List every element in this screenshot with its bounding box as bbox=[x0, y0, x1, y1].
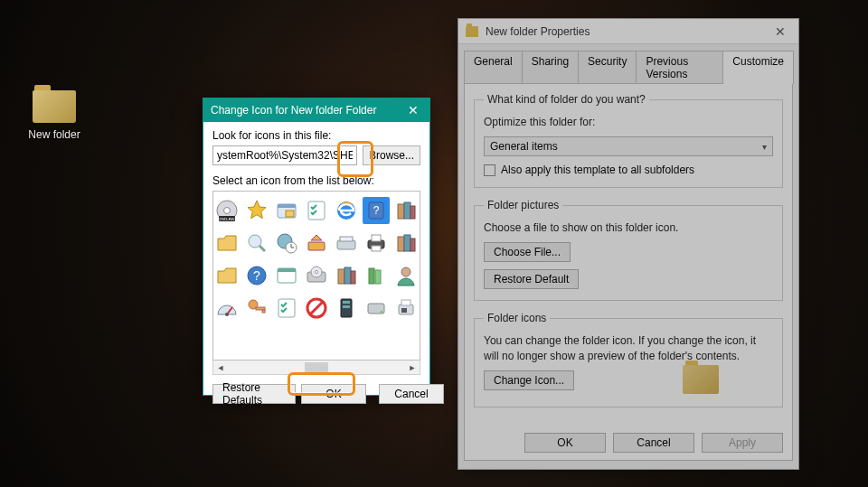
optimize-select-value: General items bbox=[490, 140, 558, 153]
svg-rect-36 bbox=[351, 271, 355, 284]
svg-rect-30 bbox=[278, 268, 296, 272]
close-icon[interactable]: ✕ bbox=[769, 24, 791, 39]
svg-point-33 bbox=[315, 270, 317, 273]
folder-icon[interactable] bbox=[213, 229, 241, 257]
restore-defaults-button[interactable]: Restore Defaults bbox=[212, 384, 296, 404]
svg-rect-34 bbox=[338, 269, 344, 284]
svg-point-1 bbox=[224, 208, 231, 214]
eject-drive-icon[interactable] bbox=[303, 229, 330, 257]
group-folder-icons: Folder icons You can change the folder i… bbox=[474, 312, 783, 407]
help-round-icon[interactable]: ? bbox=[243, 262, 270, 289]
desktop-folder[interactable]: New folder bbox=[18, 90, 90, 141]
folder-icon bbox=[33, 90, 76, 123]
svg-rect-6 bbox=[286, 211, 294, 217]
change-icon-dialog: Change Icon for New folder Folder ✕ Look… bbox=[203, 98, 430, 396]
hard-drive-icon[interactable] bbox=[363, 295, 390, 322]
change-icon-button[interactable]: Change Icon... bbox=[484, 370, 574, 390]
look-for-icons-label: Look for icons in this file: bbox=[212, 129, 420, 142]
svg-rect-12 bbox=[404, 202, 410, 219]
scroll-thumb[interactable] bbox=[305, 362, 328, 373]
dvd-rw-disc-icon[interactable]: DVD-RW bbox=[213, 197, 241, 224]
tab-security[interactable]: Security bbox=[578, 51, 637, 84]
tab-previous-versions[interactable]: Previous Versions bbox=[636, 51, 723, 84]
apply-subfolders-checkbox[interactable] bbox=[484, 164, 495, 176]
svg-rect-18 bbox=[308, 242, 325, 250]
svg-rect-35 bbox=[344, 267, 351, 284]
svg-rect-24 bbox=[398, 237, 404, 251]
icon-file-path-input[interactable] bbox=[212, 145, 357, 165]
group-folder-kind: What kind of folder do you want? Optimiz… bbox=[474, 93, 783, 188]
group-folder-pictures-legend: Folder pictures bbox=[484, 199, 562, 211]
group-folder-icons-legend: Folder icons bbox=[484, 312, 550, 324]
svg-rect-20 bbox=[340, 237, 353, 241]
books-stack-icon[interactable] bbox=[392, 197, 420, 224]
change-icon-cancel-button[interactable]: Cancel bbox=[379, 384, 444, 404]
properties-titlebar[interactable]: New folder Properties ✕ bbox=[458, 19, 798, 44]
optimize-select[interactable]: General items ▾ bbox=[484, 136, 773, 156]
browse-button[interactable]: Browse... bbox=[363, 145, 420, 165]
star-favorite-icon[interactable] bbox=[243, 197, 270, 224]
window-app-icon[interactable] bbox=[273, 262, 300, 289]
svg-point-14 bbox=[249, 235, 261, 248]
books-stack-icon[interactable] bbox=[392, 229, 420, 257]
svg-rect-5 bbox=[278, 204, 296, 208]
scroll-right-button[interactable]: ► bbox=[405, 361, 420, 374]
svg-rect-25 bbox=[404, 235, 410, 251]
restore-default-picture-button[interactable]: Restore Default bbox=[484, 269, 579, 289]
books-stack-icon[interactable] bbox=[333, 262, 360, 289]
group-folder-pictures: Folder pictures Choose a file to show on… bbox=[474, 199, 783, 301]
folder-window-icon[interactable] bbox=[273, 197, 300, 224]
scroll-left-button[interactable]: ◄ bbox=[213, 361, 228, 374]
svg-line-15 bbox=[259, 246, 265, 251]
books-green-icon[interactable] bbox=[363, 262, 390, 289]
fax-icon[interactable] bbox=[392, 295, 420, 322]
scanner-icon[interactable] bbox=[333, 229, 360, 257]
folder-icon-preview bbox=[683, 365, 719, 394]
user-icon[interactable] bbox=[392, 262, 420, 289]
select-icon-label: Select an icon from the list below: bbox=[212, 174, 420, 187]
svg-text:DVD-RW: DVD-RW bbox=[219, 217, 234, 221]
properties-apply-button[interactable]: Apply bbox=[702, 433, 783, 453]
printer-icon[interactable] bbox=[363, 229, 390, 257]
svg-rect-54 bbox=[401, 300, 410, 305]
properties-cancel-button[interactable]: Cancel bbox=[613, 433, 694, 453]
svg-rect-38 bbox=[375, 270, 381, 284]
no-entry-icon[interactable] bbox=[303, 295, 330, 322]
close-icon[interactable]: ✕ bbox=[404, 103, 422, 117]
svg-rect-13 bbox=[410, 206, 415, 219]
checklist-icon[interactable] bbox=[273, 295, 300, 322]
tab-customize[interactable]: Customize bbox=[722, 51, 794, 84]
server-icon[interactable] bbox=[333, 295, 360, 322]
icon-list-scrollbar[interactable]: ◄ ► bbox=[212, 361, 420, 375]
properties-title: New folder Properties bbox=[486, 25, 769, 38]
tab-sharing[interactable]: Sharing bbox=[522, 51, 579, 84]
cd-drive-icon[interactable] bbox=[303, 262, 330, 289]
svg-rect-22 bbox=[372, 235, 381, 241]
change-icon-ok-button[interactable]: OK bbox=[301, 384, 366, 404]
choose-file-button[interactable]: Choose File... bbox=[484, 242, 571, 262]
svg-rect-26 bbox=[410, 239, 415, 251]
help-book-icon[interactable]: ? bbox=[363, 197, 390, 224]
svg-point-39 bbox=[401, 267, 410, 276]
meter-icon[interactable] bbox=[213, 295, 241, 322]
globe-clock-icon[interactable] bbox=[273, 229, 300, 257]
svg-rect-23 bbox=[372, 246, 381, 251]
tab-body-customize: What kind of folder do you want? Optimiz… bbox=[464, 83, 793, 461]
magnifier-icon[interactable] bbox=[243, 229, 270, 257]
folder-icon bbox=[466, 26, 478, 37]
scroll-track[interactable] bbox=[228, 361, 405, 374]
ie-logo-icon[interactable] bbox=[333, 197, 360, 224]
apply-subfolders-label: Also apply this template to all subfolde… bbox=[501, 164, 694, 176]
properties-ok-button[interactable]: OK bbox=[524, 433, 606, 453]
svg-point-41 bbox=[225, 313, 229, 316]
checklist-icon[interactable] bbox=[303, 197, 330, 224]
svg-rect-50 bbox=[343, 305, 350, 308]
key-icon[interactable] bbox=[243, 295, 270, 322]
svg-text:?: ? bbox=[253, 268, 260, 283]
properties-window: New folder Properties ✕ General Sharing … bbox=[458, 18, 799, 470]
icon-list[interactable]: DVD-RW?? bbox=[212, 191, 420, 361]
tab-general[interactable]: General bbox=[464, 51, 523, 84]
folder-icon[interactable] bbox=[213, 262, 241, 289]
chevron-down-icon: ▾ bbox=[762, 142, 767, 152]
change-icon-titlebar[interactable]: Change Icon for New folder Folder ✕ bbox=[203, 98, 429, 122]
